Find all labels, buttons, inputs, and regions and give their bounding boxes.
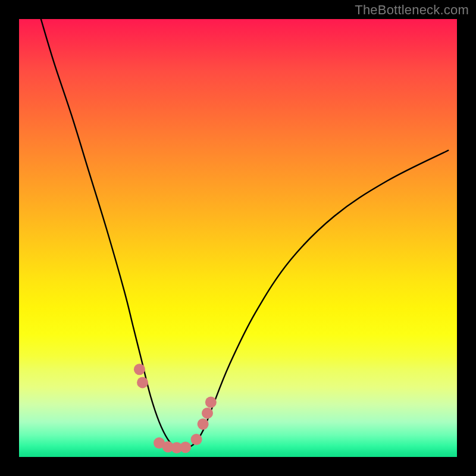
- marker-point: [202, 408, 213, 419]
- attribution-text: TheBottleneck.com: [355, 2, 469, 18]
- marker-point: [137, 377, 148, 388]
- marker-point: [180, 441, 191, 453]
- marker-point: [198, 418, 209, 430]
- marker-point: [191, 434, 202, 445]
- marker-point: [134, 364, 145, 375]
- marker-point: [205, 397, 217, 408]
- bottleneck-curve: [41, 19, 448, 449]
- chart-svg: [19, 19, 457, 457]
- plot-area: [19, 19, 457, 457]
